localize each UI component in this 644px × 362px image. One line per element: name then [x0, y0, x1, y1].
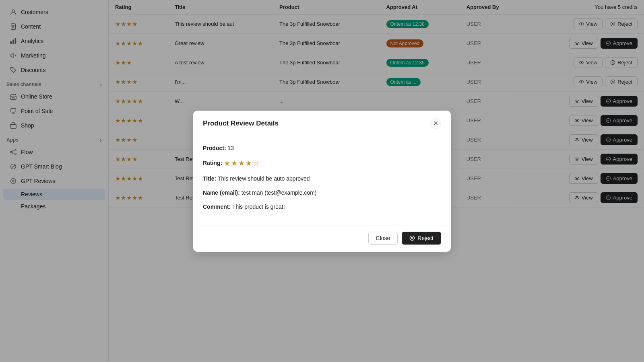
modal-close-button[interactable]: ✕: [430, 118, 441, 129]
modal-rating-label: Rating:: [203, 160, 222, 166]
reject-icon: [409, 235, 415, 241]
modal-product-value: 13: [227, 145, 234, 151]
modal-review-title-value: This review should be auto approved: [218, 175, 310, 182]
modal-header: Product Review Details ✕: [193, 111, 451, 135]
review-detail-modal: Product Review Details ✕ Product: 13 Rat…: [193, 111, 451, 252]
modal-review-title-label: Title:: [203, 175, 216, 182]
modal-rating-stars: ★★★★☆: [224, 158, 260, 169]
modal-comment-value: This product is great!: [232, 204, 285, 210]
modal-name-field: Name (email): test man (test@example.com…: [203, 189, 441, 197]
modal-title-field: Title: This review should be auto approv…: [203, 175, 441, 183]
modal-overlay: Product Review Details ✕ Product: 13 Rat…: [0, 0, 644, 362]
modal-name-label: Name (email):: [203, 189, 240, 196]
modal-comment-field: Comment: This product is great!: [203, 203, 441, 211]
modal-name-value: test man (test@example.com): [242, 189, 317, 196]
modal-reject-label: Reject: [417, 235, 433, 241]
modal-rating-field: Rating: ★★★★☆: [203, 158, 441, 169]
modal-product-label: Product:: [203, 145, 226, 151]
modal-comment-label: Comment:: [203, 204, 231, 210]
modal-product-field: Product: 13: [203, 144, 441, 152]
modal-title: Product Review Details: [203, 119, 279, 128]
modal-body: Product: 13 Rating: ★★★★☆ Title: This re…: [193, 135, 451, 226]
modal-close-btn[interactable]: Close: [368, 232, 398, 245]
modal-footer: Close Reject: [193, 226, 451, 252]
modal-reject-btn[interactable]: Reject: [402, 232, 441, 245]
